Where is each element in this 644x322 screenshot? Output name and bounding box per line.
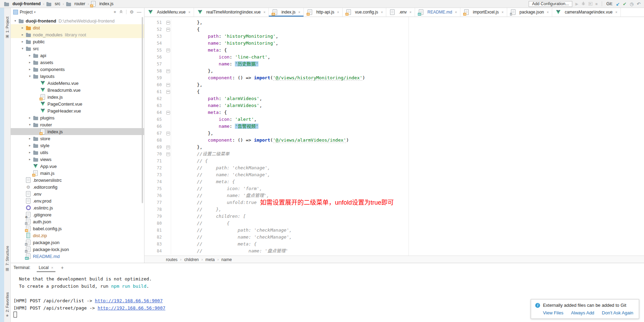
tree-row[interactable]: ⊘.gitignore [10, 211, 144, 218]
editor-tab[interactable]: realTimeMonitoring\index.vue× [194, 8, 269, 17]
editor-breadcrumb-item[interactable]: routes [166, 257, 177, 262]
code-line[interactable]: 66 name: '告警视频' [144, 123, 644, 130]
tree-row[interactable]: ▸store [10, 135, 144, 142]
code-line[interactable]: 60 }, [144, 81, 644, 88]
chevron-icon[interactable]: ▸ [20, 40, 25, 43]
notification-action-link[interactable]: Always Add [571, 310, 594, 315]
editor-tab[interactable]: cameraManage\index.vue× [552, 8, 621, 17]
terminal-tab-local[interactable]: Local × [37, 263, 55, 272]
code-line[interactable]: 72 // path: 'checkManage', [144, 164, 644, 171]
code-line[interactable]: 56 icon: 'line-chart', [144, 54, 644, 61]
fold-collapse-icon[interactable] [166, 111, 170, 115]
close-icon[interactable]: × [547, 10, 549, 14]
fold-marker[interactable] [165, 28, 171, 32]
chevron-icon[interactable]: ▸ [27, 61, 33, 64]
close-icon[interactable]: × [337, 10, 339, 14]
tree-row[interactable]: ▸components [10, 66, 144, 73]
stop-icon[interactable]: ■ [596, 2, 598, 6]
run-with-coverage-icon[interactable]: ▶ [589, 2, 592, 6]
editor-tab[interactable]: AsideMenu.vue× [144, 8, 194, 17]
code-line[interactable]: 76 // name: '盘点管理', [144, 192, 644, 199]
editor-tab[interactable]: {}package.json× [507, 8, 553, 17]
tree-row[interactable]: ⚙.editorconfig [10, 184, 144, 190]
tree-row[interactable]: .eslintrc.js [10, 204, 144, 211]
code-line[interactable]: 65 icon: 'alert', [144, 116, 644, 123]
tree-row[interactable]: .env [10, 190, 144, 197]
chevron-icon[interactable]: ▾ [27, 123, 33, 126]
close-icon[interactable]: × [409, 10, 412, 14]
add-configuration-button[interactable]: Add Configuration... [529, 1, 572, 7]
code-line[interactable]: 80 // { [144, 220, 644, 227]
git-update-icon[interactable]: ↙ [616, 2, 620, 6]
fold-marker[interactable] [165, 83, 171, 87]
close-icon[interactable]: × [502, 10, 504, 14]
tree-row[interactable]: MDREADME.md [10, 253, 144, 260]
code-line[interactable]: 79 // children: [ [144, 213, 644, 220]
chevron-icon[interactable]: ▸ [27, 144, 33, 147]
chevron-icon[interactable]: ▸ [27, 158, 33, 161]
breadcrumb-item[interactable]: router [65, 1, 85, 7]
close-icon[interactable]: × [455, 10, 457, 14]
close-icon[interactable]: × [615, 10, 617, 14]
tree-row[interactable]: dist.zip [10, 232, 144, 239]
fold-marker[interactable] [165, 21, 171, 25]
tree-row[interactable]: ▾duoji-frontendD:\zheheWeb\duoji-fronten… [10, 17, 144, 24]
fold-marker[interactable] [165, 69, 171, 73]
chevron-icon[interactable]: ▸ [27, 68, 33, 71]
editor-tab[interactable]: .env× [386, 8, 415, 17]
tree-row[interactable]: JSindex.js [10, 93, 144, 100]
editor-tab[interactable]: MDREADME.md× [415, 8, 460, 17]
code-line[interactable]: 83 // meta: { [144, 241, 644, 248]
tree-row[interactable]: ▸api [10, 52, 144, 59]
fold-collapse-icon[interactable] [166, 48, 170, 52]
code-line[interactable]: 68 component: () => import('@/views/alar… [144, 137, 644, 144]
chevron-icon[interactable]: ▾ [27, 74, 33, 78]
fold-collapse-icon[interactable] [166, 132, 170, 135]
chevron-icon[interactable]: ▸ [27, 137, 33, 140]
terminal-link[interactable]: http://192.168.66.56:9007 [98, 305, 166, 311]
tree-row[interactable]: ▸utils [10, 149, 144, 156]
tree-row[interactable]: ▾src [10, 45, 144, 52]
tree-row[interactable]: {}package.json [10, 239, 144, 246]
fold-marker[interactable] [165, 132, 171, 135]
breadcrumb-item[interactable]: duoji-frontend [3, 1, 41, 7]
code-line[interactable]: 58 }, [144, 68, 644, 74]
git-history-icon[interactable]: ◷ [630, 2, 634, 6]
notification-action-link[interactable]: Don't Ask Again [602, 310, 633, 315]
tree-row[interactable]: AsideMenu.vue [10, 80, 144, 87]
close-icon[interactable]: × [381, 10, 383, 14]
fold-collapse-icon[interactable] [166, 28, 170, 32]
fold-marker[interactable] [165, 152, 171, 156]
close-icon[interactable]: × [188, 10, 191, 14]
fold-collapse-icon[interactable] [166, 69, 170, 73]
tree-row[interactable]: ▾router [10, 121, 144, 128]
code-line[interactable]: 75 // icon: 'form', [144, 185, 644, 192]
code-line[interactable]: 82 // name: 'checkManage', [144, 234, 644, 241]
hide-panel-icon[interactable]: ― [137, 9, 141, 15]
code-line[interactable]: 59 component: () => import('@/views/hist… [144, 74, 644, 81]
fold-marker[interactable] [165, 145, 171, 149]
debug-icon[interactable] [581, 1, 585, 6]
code-line[interactable]: 84 // name: '盘点管理' [144, 248, 644, 254]
code-line[interactable]: 52 { [144, 26, 644, 33]
notification-action-link[interactable]: View Files [543, 310, 563, 315]
code-line[interactable]: 78 // }, [144, 206, 644, 213]
tree-row[interactable]: .browserslistrc [10, 177, 144, 184]
fold-collapse-icon[interactable] [166, 145, 170, 149]
code-line[interactable]: 71 // { [144, 158, 644, 164]
editor-breadcrumb-item[interactable]: children [184, 257, 199, 262]
tree-row[interactable]: ▸style [10, 142, 144, 149]
fold-collapse-icon[interactable] [166, 90, 170, 94]
code-line[interactable]: 53 path: 'historyMonitoring', [144, 33, 644, 40]
fold-marker[interactable] [165, 111, 171, 115]
fold-collapse-icon[interactable] [166, 83, 170, 87]
code-line[interactable]: 73 // name: 'checkManage', [144, 171, 644, 178]
code-line[interactable]: 74 // meta: { [144, 178, 644, 185]
code-line[interactable]: 64 meta: { [144, 109, 644, 116]
chevron-icon[interactable]: ▸ [27, 54, 33, 57]
code-line[interactable]: 62 path: 'alarmVideos', [144, 95, 644, 102]
editor-tab[interactable]: JSvue.config.js× [343, 8, 387, 17]
tree-row[interactable]: Breadcrumb.vue [10, 87, 144, 93]
fold-collapse-icon[interactable] [166, 152, 170, 156]
code-line[interactable]: 63 name: 'alarmVideos', [144, 102, 644, 109]
